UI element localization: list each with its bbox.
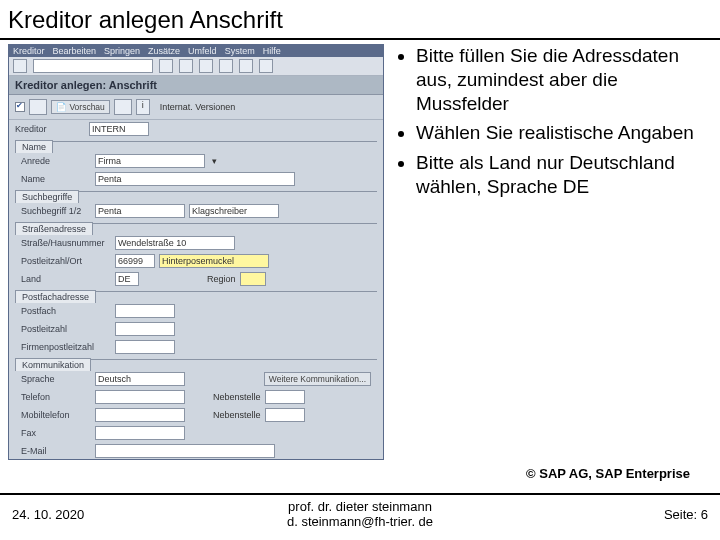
anrede-label: Anrede bbox=[21, 156, 91, 166]
phone-label: Telefon bbox=[21, 392, 91, 402]
plz-field[interactable]: 66999 bbox=[115, 254, 155, 268]
name-label: Name bbox=[21, 174, 91, 184]
mobile-label: Mobiltelefon bbox=[21, 410, 91, 420]
preview-button[interactable]: 📄 Vorschau bbox=[51, 100, 110, 114]
kreditor-label: Kreditor bbox=[15, 124, 85, 134]
toolbar-icon[interactable] bbox=[239, 59, 253, 73]
street-label: Straße/Hausnummer bbox=[21, 238, 111, 248]
check-icon[interactable] bbox=[15, 102, 25, 112]
name-field[interactable]: Penta bbox=[95, 172, 295, 186]
info-icon[interactable]: i bbox=[136, 99, 150, 115]
sap-menubar: Kreditor Bearbeiten Springen Zusätze Umf… bbox=[9, 45, 383, 57]
sap-screenshot: Kreditor Bearbeiten Springen Zusätze Umf… bbox=[8, 44, 384, 460]
sprache-label: Sprache bbox=[21, 374, 91, 384]
neben2-label: Nebenstelle bbox=[213, 410, 261, 420]
toolbar-icon[interactable] bbox=[259, 59, 273, 73]
toolbar-icon[interactable] bbox=[114, 99, 132, 115]
neben-field[interactable] bbox=[265, 390, 305, 404]
menu-item[interactable]: Zusätze bbox=[148, 46, 180, 56]
phone-field[interactable] bbox=[95, 390, 185, 404]
pfort-field[interactable] bbox=[115, 340, 175, 354]
toolbar-icon[interactable] bbox=[179, 59, 193, 73]
bullet-item: Bitte füllen Sie die Adressdaten aus, zu… bbox=[416, 44, 704, 115]
footer: 24. 10. 2020 prof. dr. dieter steinmann … bbox=[0, 493, 720, 530]
search-label: Suchbegriff 1/2 bbox=[21, 206, 91, 216]
command-field[interactable] bbox=[33, 59, 153, 73]
toolbar-icon[interactable] bbox=[13, 59, 27, 73]
pfplz-field[interactable] bbox=[115, 322, 175, 336]
menu-item[interactable]: Umfeld bbox=[188, 46, 217, 56]
sprache-field[interactable]: Deutsch bbox=[95, 372, 185, 386]
menu-item[interactable]: Springen bbox=[104, 46, 140, 56]
menu-item[interactable]: Kreditor bbox=[13, 46, 45, 56]
slide-title: Kreditor anlegen Anschrift bbox=[0, 0, 720, 40]
region-field[interactable] bbox=[240, 272, 266, 286]
kreditor-field[interactable]: INTERN bbox=[89, 122, 149, 136]
dropdown-icon[interactable]: ▾ bbox=[209, 156, 219, 166]
toolbar-icon[interactable] bbox=[219, 59, 233, 73]
search1-field[interactable]: Penta bbox=[95, 204, 185, 218]
toolbar-icon[interactable] bbox=[199, 59, 213, 73]
preview-label: Vorschau bbox=[69, 102, 104, 112]
group-tab-street: Straßenadresse bbox=[15, 222, 93, 235]
sap-toolbar bbox=[9, 57, 383, 76]
pfort-label: Firmenpostleitzahl bbox=[21, 342, 111, 352]
footer-name: prof. dr. dieter steinmann bbox=[244, 499, 476, 515]
bullet-item: Bitte als Land nur Deutschland wählen, S… bbox=[416, 151, 704, 199]
email-label: E-Mail bbox=[21, 446, 91, 456]
group-tab-search: Suchbegriffe bbox=[15, 190, 79, 203]
group-tab-comm: Kommunikation bbox=[15, 358, 91, 371]
land-label: Land bbox=[21, 274, 111, 284]
weitere-button[interactable]: Weitere Kommunikation... bbox=[264, 372, 371, 386]
neben-label: Nebenstelle bbox=[213, 392, 261, 402]
email-field[interactable] bbox=[95, 444, 275, 458]
footer-email: d. steinmann@fh-trier. de bbox=[244, 514, 476, 530]
street-field[interactable]: Wendelstraße 10 bbox=[115, 236, 235, 250]
mobile-field[interactable] bbox=[95, 408, 185, 422]
footer-page: Seite: 6 bbox=[476, 507, 708, 522]
group-tab-postfach: Postfachadresse bbox=[15, 290, 96, 303]
bullet-list: Bitte füllen Sie die Adressdaten aus, zu… bbox=[384, 44, 704, 460]
toolbar-icon[interactable] bbox=[159, 59, 173, 73]
footer-date: 24. 10. 2020 bbox=[12, 507, 244, 522]
fax-field[interactable] bbox=[95, 426, 185, 440]
menu-item[interactable]: System bbox=[225, 46, 255, 56]
neben2-field[interactable] bbox=[265, 408, 305, 422]
screen-title: Kreditor anlegen: Anschrift bbox=[9, 76, 383, 95]
region-label: Region bbox=[207, 274, 236, 284]
pfplz-label: Postleitzahl bbox=[21, 324, 111, 334]
postfach-field[interactable] bbox=[115, 304, 175, 318]
sap-subtoolbar: 📄 Vorschau i Internat. Versionen bbox=[9, 95, 383, 120]
toolbar-icon[interactable] bbox=[29, 99, 47, 115]
menu-item[interactable]: Bearbeiten bbox=[53, 46, 97, 56]
fax-label: Fax bbox=[21, 428, 91, 438]
group-tab-name: Name bbox=[15, 140, 53, 153]
bullet-item: Wählen Sie realistische Angaben bbox=[416, 121, 704, 145]
plz-label: Postleitzahl/Ort bbox=[21, 256, 111, 266]
search2-field[interactable]: Klagschreiber bbox=[189, 204, 279, 218]
postfach-label: Postfach bbox=[21, 306, 111, 316]
copyright: © SAP AG, SAP Enterprise bbox=[0, 460, 720, 481]
menu-item[interactable]: Hilfe bbox=[263, 46, 281, 56]
ort-field[interactable]: Hinterposemuckel bbox=[159, 254, 269, 268]
toolbar-text: Internat. Versionen bbox=[160, 102, 236, 112]
land-field[interactable]: DE bbox=[115, 272, 139, 286]
anrede-field[interactable]: Firma bbox=[95, 154, 205, 168]
